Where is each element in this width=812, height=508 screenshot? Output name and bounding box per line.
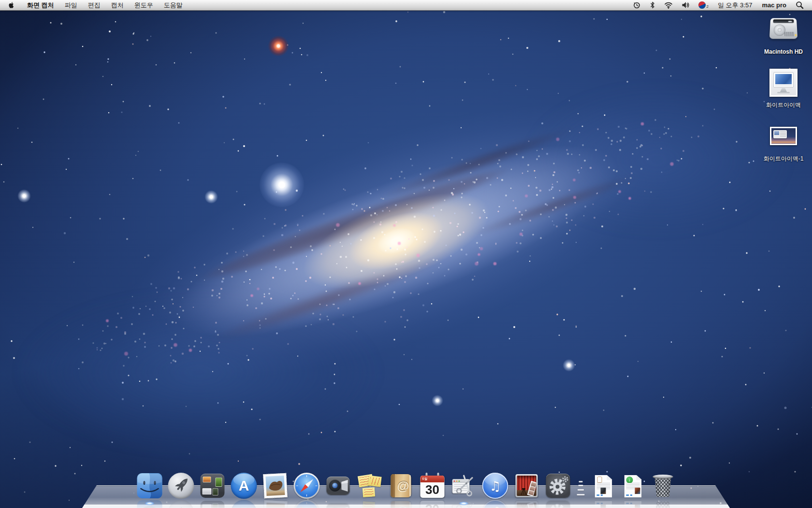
grab-icon[interactable]	[451, 473, 477, 499]
spotlight-icon	[796, 1, 804, 9]
desktop-icon-macintosh-hd[interactable]: Macintosh HD	[759, 14, 808, 55]
icon-label: Macintosh HD	[764, 48, 803, 55]
mission-control-icon[interactable]	[200, 473, 226, 499]
time-machine-icon	[633, 1, 641, 9]
stickies-icon[interactable]	[357, 473, 383, 499]
menu-window[interactable]: 윈도우	[129, 0, 159, 10]
app-store-a-glyph: A	[231, 473, 257, 499]
dock: A	[0, 445, 812, 508]
dock-separator	[577, 473, 585, 499]
desktop-icon-white-imac[interactable]: 화이트아이맥	[759, 69, 808, 109]
menu-file[interactable]: 파일	[59, 0, 83, 10]
wifi-icon	[664, 1, 673, 9]
download-badge: ↓	[626, 477, 633, 483]
calendar-day: 30	[420, 482, 445, 498]
menu-help[interactable]: 도움말	[159, 0, 188, 10]
system-preferences-icon[interactable]	[545, 473, 571, 499]
menu-bar: 화면 캡처 파일 편집 캡처 윈도우 도움말	[0, 0, 812, 11]
photo-booth-icon[interactable]	[514, 473, 540, 499]
apple-logo-icon	[8, 1, 15, 9]
address-book-icon[interactable]: @	[388, 473, 414, 499]
trash-icon[interactable]	[650, 473, 676, 499]
vignette	[0, 0, 812, 508]
time-machine-menu[interactable]	[629, 0, 644, 10]
wifi-menu[interactable]	[661, 0, 676, 10]
input-source-menu[interactable]: 2	[695, 0, 711, 10]
desktop-icon-white-imac-1[interactable]: 화이트아이맥-1	[759, 127, 808, 163]
document-icon[interactable]	[591, 473, 615, 499]
facetime-icon[interactable]	[325, 473, 351, 499]
ical-icon[interactable]: 6월 30	[420, 473, 446, 499]
running-indicator	[145, 502, 155, 505]
menu-app-name[interactable]: 화면 캡처	[22, 0, 59, 10]
address-book-at-glyph: @	[395, 474, 411, 497]
bluetooth-menu[interactable]	[646, 0, 659, 10]
wallpaper-andromeda	[0, 0, 812, 508]
itunes-icon[interactable]: ♫	[482, 473, 508, 499]
apple-menu[interactable]	[0, 0, 22, 10]
korean-input-badge: 2	[706, 4, 708, 10]
image-preview-icon	[770, 127, 797, 145]
volume-menu[interactable]	[678, 0, 693, 10]
bluetooth-icon	[650, 1, 655, 9]
icon-label: 화이트아이맥-1	[764, 155, 804, 163]
calendar-month: 6월	[420, 476, 445, 482]
desktop: 화면 캡처 파일 편집 캡처 윈도우 도움말	[0, 0, 812, 508]
launchpad-icon[interactable]	[168, 473, 194, 499]
spotlight-menu[interactable]	[792, 0, 807, 10]
korean-flag-icon	[698, 1, 706, 9]
app-store-icon[interactable]: A	[231, 473, 257, 499]
image-preview-icon	[769, 69, 798, 97]
safari-icon[interactable]	[294, 473, 320, 499]
running-indicator	[459, 502, 469, 505]
finder-icon[interactable]	[137, 473, 163, 499]
menu-clock[interactable]: 일 오후 3:57	[714, 1, 756, 10]
mail-icon[interactable]	[262, 473, 289, 499]
user-menu[interactable]: mac pro	[758, 1, 790, 9]
download-document-icon[interactable]: ↓	[620, 473, 644, 499]
volume-icon	[682, 1, 690, 9]
icon-label: 화이트아이맥	[766, 101, 801, 109]
menu-capture[interactable]: 캡처	[106, 0, 129, 10]
music-note-glyph: ♫	[482, 473, 508, 499]
menu-edit[interactable]: 편집	[83, 0, 106, 10]
hard-drive-icon	[769, 14, 798, 43]
